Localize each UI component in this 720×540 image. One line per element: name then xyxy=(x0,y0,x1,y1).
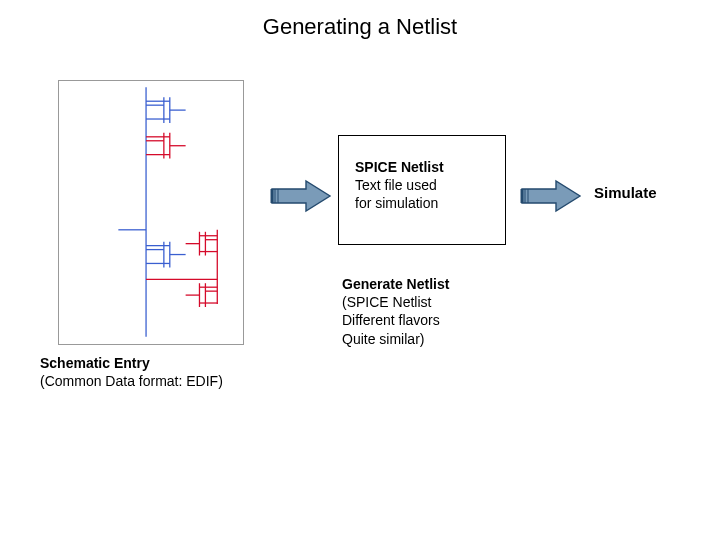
circuit-schematic-icon xyxy=(59,81,243,344)
arrow-to-simulate-icon xyxy=(520,178,584,214)
slide-title: Generating a Netlist xyxy=(0,14,720,40)
arrow-to-netlist-icon xyxy=(270,178,334,214)
schematic-caption-sub: (Common Data format: EDIF) xyxy=(40,373,223,389)
netlist-line2: for simulation xyxy=(355,194,493,212)
netlist-line1: Text file used xyxy=(355,176,493,194)
svg-marker-38 xyxy=(522,181,580,211)
schematic-caption-title: Schematic Entry xyxy=(40,355,150,371)
netlist-heading: SPICE Netlist xyxy=(355,158,493,176)
spice-netlist-box: SPICE Netlist Text file used for simulat… xyxy=(338,135,506,245)
schematic-caption: Schematic Entry (Common Data format: EDI… xyxy=(40,355,223,390)
generate-line1: (SPICE Netlist xyxy=(342,293,449,311)
generate-line3: Quite similar) xyxy=(342,330,449,348)
generate-netlist-caption: Generate Netlist (SPICE Netlist Differen… xyxy=(342,275,449,348)
schematic-diagram-box xyxy=(58,80,244,345)
svg-marker-34 xyxy=(272,181,330,211)
generate-heading: Generate Netlist xyxy=(342,275,449,293)
simulate-label: Simulate xyxy=(594,184,657,201)
generate-line2: Different flavors xyxy=(342,311,449,329)
